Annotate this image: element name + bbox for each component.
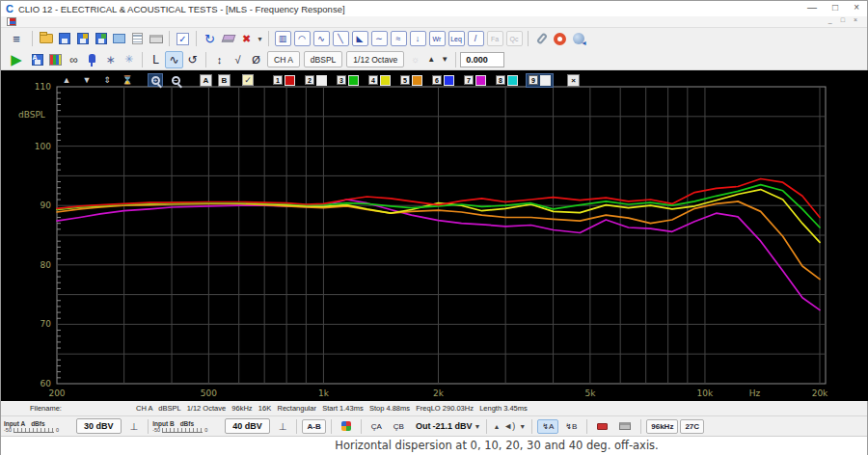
main-menu-icon[interactable]: ≡ <box>5 30 28 47</box>
link-icon[interactable] <box>532 30 551 47</box>
input-b-attenuator-icon[interactable]: ⊥ <box>274 419 292 434</box>
mdi-document-icon[interactable] <box>7 17 16 26</box>
zoom-out-icon[interactable]: − <box>168 73 183 87</box>
overlay-9-color-swatch[interactable] <box>540 75 551 86</box>
marker-check-icon[interactable] <box>242 74 254 86</box>
shift-down-icon[interactable]: ▼ <box>438 51 451 68</box>
settings-gear-icon[interactable]: ✳ <box>120 51 138 68</box>
samplerate-button[interactable]: 96kHz <box>646 419 678 434</box>
loop-b-button[interactable]: ÇB <box>389 419 409 434</box>
hardware-status-icon[interactable] <box>614 419 636 434</box>
exit-icon[interactable] <box>569 30 587 47</box>
save-all-icon[interactable] <box>92 30 110 47</box>
overlay-5-button[interactable]: 5 <box>400 75 410 85</box>
input-a-gain-button[interactable]: 30 dBV <box>76 418 122 434</box>
wow-flutter-meas-icon[interactable]: Wr <box>429 31 446 46</box>
overlay-3-color-swatch[interactable] <box>348 75 359 86</box>
curve-a-button[interactable]: A <box>200 74 212 87</box>
refresh-icon[interactable]: ↻ <box>201 30 219 47</box>
curve-b-button[interactable]: B <box>218 74 231 87</box>
overlay-2-button[interactable]: 2 <box>305 75 314 85</box>
options-check-icon[interactable] <box>174 30 192 47</box>
plot-area[interactable]: 11010090807060dBSPL2005001k2k5k10k20kHz <box>1 70 868 401</box>
speaker-icon[interactable]: ◄) <box>503 421 515 431</box>
overlay-7-color-swatch[interactable] <box>475 75 486 86</box>
qc-meas-icon[interactable]: Qc <box>506 31 523 46</box>
directivity-meas-icon[interactable]: ≈ <box>391 31 407 46</box>
marker-updown-icon[interactable]: ↕ <box>210 51 229 68</box>
fa-meas-icon[interactable]: Fa <box>487 31 503 46</box>
mic-icon[interactable] <box>83 51 101 68</box>
overlay-4-color-swatch[interactable] <box>380 75 391 86</box>
autosave-icon[interactable] <box>28 51 46 68</box>
mic-power-b-button[interactable]: ↯B <box>560 419 582 434</box>
mdi-minimize-button[interactable]: _ <box>828 16 832 23</box>
overlay-2-color-swatch[interactable] <box>316 75 327 86</box>
output-dropdown-icon[interactable]: ▼ <box>474 423 480 430</box>
open-file-icon[interactable] <box>37 30 55 47</box>
overlay-1-color-swatch[interactable] <box>285 75 295 86</box>
sinusoidal-meas-icon[interactable]: ∿ <box>313 31 330 46</box>
close-button[interactable]: × <box>854 2 859 13</box>
scale-down-icon[interactable]: ▼ <box>79 73 95 87</box>
overlay-6-button[interactable]: 6 <box>432 75 442 85</box>
notes-icon[interactable] <box>128 30 147 47</box>
waterfall-meas-icon[interactable]: ◣ <box>352 31 368 46</box>
help-ring-icon[interactable] <box>551 30 569 47</box>
speaker-dropdown-icon[interactable]: ▼ <box>519 423 526 430</box>
overlay-4-button[interactable]: 4 <box>368 75 378 85</box>
overlay-1-button[interactable]: 1 <box>273 75 283 85</box>
output-level-value[interactable]: -21.1 dBV <box>432 421 472 431</box>
mixer-icon[interactable] <box>46 51 65 68</box>
overlay-8-button[interactable]: 8 <box>496 75 505 85</box>
maximize-button[interactable]: □ <box>832 2 838 13</box>
fft-meas-icon[interactable]: ▥ <box>275 31 291 46</box>
input-b-gain-button[interactable]: 40 dBV <box>225 418 270 434</box>
loop-a-button[interactable]: ÇA <box>366 419 387 434</box>
go-button[interactable]: ▶ <box>5 51 28 68</box>
scale-compress-icon[interactable]: ⌛ <box>120 73 135 87</box>
impulse-view-icon[interactable]: √ <box>229 51 247 68</box>
polarity-icon[interactable]: Ø <box>247 51 265 68</box>
zoom-in-icon[interactable]: + <box>148 73 163 87</box>
overlay-5-color-swatch[interactable] <box>412 75 422 86</box>
smoothing-wave-button[interactable]: ∿ <box>165 51 183 68</box>
battery-status-icon[interactable] <box>592 419 612 434</box>
mic-meas-icon[interactable]: ↓ <box>410 31 426 46</box>
save-compare-icon[interactable] <box>73 30 92 47</box>
channel-button[interactable]: CH A <box>267 51 300 67</box>
delete-icon[interactable]: ✖ <box>237 30 256 47</box>
output-up-icon[interactable]: ▲ <box>493 423 500 430</box>
print-icon[interactable] <box>147 30 165 47</box>
scale-up-icon[interactable]: ▲ <box>59 73 74 87</box>
acoustical-meas-icon[interactable]: ∼ <box>371 31 388 46</box>
loop-icon[interactable]: ∞ <box>65 51 83 68</box>
temperature-button[interactable]: 27C <box>680 419 704 434</box>
overlay-8-color-swatch[interactable] <box>507 75 518 86</box>
mdi-restore-button[interactable]: □ <box>841 16 845 23</box>
unit-button[interactable]: dBSPL <box>304 51 342 67</box>
delete-dropdown-icon[interactable]: ▾ <box>256 30 264 47</box>
dim-star-icon[interactable]: ☼ <box>406 51 424 68</box>
shift-up-icon[interactable]: ▲ <box>424 51 438 68</box>
mdi-close-button[interactable]: × <box>854 16 857 23</box>
overlay-7-button[interactable]: 7 <box>464 75 474 85</box>
leq-meas-icon[interactable]: Leq <box>448 31 465 46</box>
export-icon[interactable] <box>110 30 128 47</box>
linearity-meas-icon[interactable]: ╲ <box>333 31 349 46</box>
overlay-3-button[interactable]: 3 <box>337 75 346 85</box>
ab-difference-button[interactable]: A-B <box>302 419 325 434</box>
generator-color-icon[interactable] <box>337 419 356 434</box>
overlay-6-color-swatch[interactable] <box>444 75 454 86</box>
overlay-close-button[interactable]: × <box>567 74 580 87</box>
mic-power-a-button[interactable]: ↯A <box>537 419 558 434</box>
eraser-icon[interactable] <box>219 30 237 47</box>
smoothing-button[interactable]: 1/12 Octave <box>346 51 404 67</box>
scale-expand-icon[interactable]: ⇕ <box>99 73 115 87</box>
any-signal-meas-icon[interactable]: / <box>468 31 484 46</box>
minimize-button[interactable]: — <box>807 2 817 13</box>
mls-meas-icon[interactable]: ◠ <box>294 31 311 46</box>
overlay-9-button[interactable]: 9 <box>529 75 538 85</box>
phase-wrap-button[interactable]: ↺ <box>183 51 202 68</box>
scale-button[interactable]: L <box>147 51 165 68</box>
